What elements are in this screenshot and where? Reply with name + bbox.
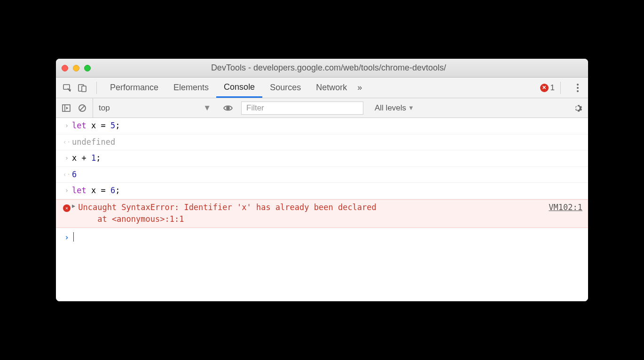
device-toolbar-button[interactable] xyxy=(76,81,89,94)
text-cursor xyxy=(73,232,74,242)
svg-line-6 xyxy=(80,106,85,110)
tab-performance[interactable]: Performance xyxy=(102,78,166,98)
separator xyxy=(560,82,561,94)
console-result: undefined xyxy=(72,136,582,149)
input-chevron-icon: › xyxy=(65,121,69,131)
chevron-down-icon: ▼ xyxy=(408,104,414,111)
levels-label: All levels xyxy=(375,103,406,113)
console-code: let x = 6; xyxy=(72,185,582,197)
clear-console-button[interactable] xyxy=(77,102,88,114)
svg-point-7 xyxy=(227,107,229,110)
error-count: 1 xyxy=(550,83,555,93)
error-message: Uncaught SyntaxError: Identifier 'x' has… xyxy=(78,202,539,226)
console-input-row[interactable]: › x + 1; xyxy=(56,150,588,167)
live-expression-button[interactable] xyxy=(222,102,234,114)
input-chevron-icon: › xyxy=(65,186,69,196)
context-selector[interactable]: top ▼ xyxy=(93,98,215,117)
console-output: › let x = 5; ‹· undefined › x + 1; ‹· 6 … xyxy=(56,118,588,301)
close-window-button[interactable] xyxy=(62,65,68,71)
console-input-row[interactable]: › let x = 5; xyxy=(56,118,588,134)
filter-placeholder: Filter xyxy=(246,103,264,113)
svg-rect-0 xyxy=(63,85,70,89)
tabs-overflow-button[interactable]: » xyxy=(357,83,362,93)
console-error-row[interactable]: ✕ ▶ Uncaught SyntaxError: Identifier 'x'… xyxy=(56,199,588,228)
tab-network[interactable]: Network xyxy=(308,78,354,98)
console-toolbar: top ▼ Filter All levels ▼ xyxy=(56,98,588,118)
error-icon: ✕ xyxy=(63,204,71,212)
tab-sources[interactable]: Sources xyxy=(262,78,308,98)
tab-console[interactable]: Console xyxy=(216,78,262,98)
console-settings-button[interactable] xyxy=(572,102,583,114)
titlebar: DevTools - developers.google.com/web/too… xyxy=(56,59,588,78)
inspect-element-button[interactable] xyxy=(61,81,74,94)
chevron-down-icon: ▼ xyxy=(203,103,211,113)
tab-elements[interactable]: Elements xyxy=(166,78,216,98)
console-result: 6 xyxy=(72,169,582,181)
error-icon: ✕ xyxy=(540,84,549,92)
svg-rect-2 xyxy=(82,86,86,92)
window-title: DevTools - developers.google.com/web/too… xyxy=(75,63,582,73)
panel-tabs: Performance Elements Console Sources Net… xyxy=(56,78,588,98)
toggle-sidebar-button[interactable] xyxy=(61,102,72,114)
prompt-chevron-icon: › xyxy=(64,232,69,244)
separator xyxy=(96,82,97,94)
console-input-row[interactable]: › let x = 6; xyxy=(56,183,588,199)
console-code: let x = 5; xyxy=(72,120,582,132)
console-code: x + 1; xyxy=(72,152,582,164)
output-chevron-icon: ‹· xyxy=(63,170,71,180)
devtools-window: DevTools - developers.google.com/web/too… xyxy=(56,59,588,301)
console-output-row: ‹· 6 xyxy=(56,167,588,183)
more-options-button[interactable] xyxy=(572,81,583,95)
error-source-link[interactable]: VM102:1 xyxy=(539,202,582,214)
context-value: top xyxy=(99,103,110,113)
console-output-row: ‹· undefined xyxy=(56,134,588,151)
filter-input[interactable]: Filter xyxy=(241,102,363,115)
expand-error-icon[interactable]: ▶ xyxy=(72,202,75,210)
error-count-badge[interactable]: ✕ 1 xyxy=(540,83,555,93)
output-chevron-icon: ‹· xyxy=(63,137,71,147)
input-chevron-icon: › xyxy=(65,153,69,163)
log-levels-dropdown[interactable]: All levels ▼ xyxy=(368,103,414,113)
console-prompt[interactable]: › xyxy=(56,228,588,247)
